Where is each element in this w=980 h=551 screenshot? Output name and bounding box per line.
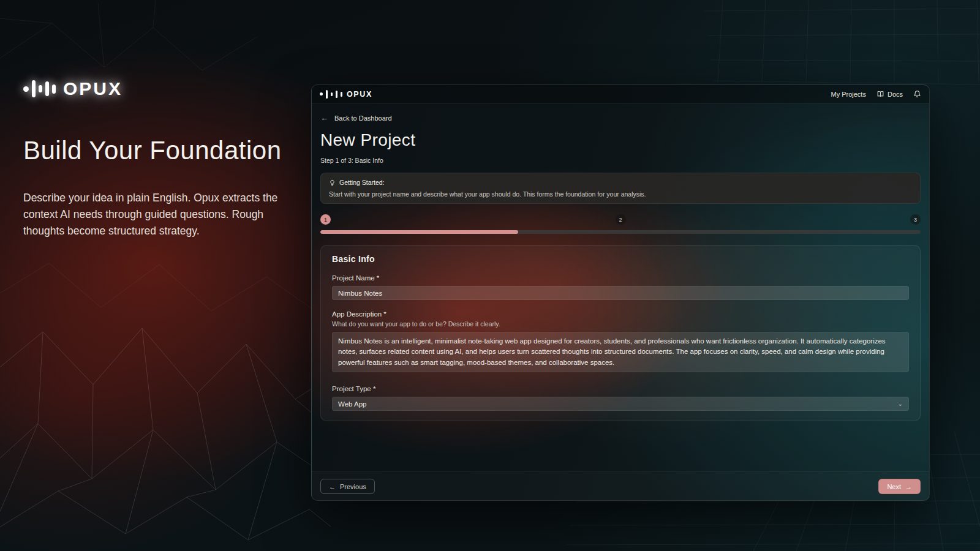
app-window: OPUX My Projects Docs ← [311, 84, 930, 501]
step-circle-3[interactable]: 3 [910, 214, 921, 225]
lightbulb-icon [329, 179, 336, 186]
app-navbar: OPUX My Projects Docs [312, 85, 929, 103]
app-description-textarea[interactable]: Nimbus Notes is an intelligent, minimali… [332, 332, 909, 372]
notifications-button[interactable] [913, 90, 921, 98]
arrow-left-icon: ← [320, 113, 328, 122]
progress-track [320, 230, 921, 234]
callout-heading-row: Getting Started: [329, 179, 912, 186]
arrow-right-icon: → [905, 483, 912, 490]
next-button[interactable]: Next → [878, 479, 921, 494]
step-circle-1[interactable]: 1 [320, 214, 331, 225]
nav-link-docs[interactable]: Docs [876, 90, 903, 98]
step-indicator: Step 1 of 3: Basic Info [320, 157, 921, 164]
navbar-brand[interactable]: OPUX [320, 90, 372, 99]
basic-info-card: Basic Info Project Name * App Descriptio… [320, 245, 921, 421]
arrow-left-icon: ← [329, 483, 336, 490]
wizard-footer: ← Previous Next → [312, 471, 929, 501]
previous-button[interactable]: ← Previous [320, 479, 375, 494]
chevron-down-icon: ⌄ [898, 400, 903, 407]
brand-logo: OPUX [23, 78, 123, 99]
getting-started-callout: Getting Started: Start with your project… [320, 173, 921, 204]
progress-fill [320, 230, 518, 234]
next-button-label: Next [887, 483, 901, 490]
project-name-label: Project Name * [332, 274, 909, 282]
app-description-helper: What do you want your app to do or be? D… [332, 320, 909, 328]
card-title: Basic Info [332, 254, 909, 264]
nav-link-my-projects[interactable]: My Projects [831, 91, 865, 98]
navbar-links: My Projects Docs [831, 90, 921, 98]
project-type-value: Web App [338, 400, 366, 408]
callout-heading: Getting Started: [339, 179, 385, 186]
book-icon [876, 90, 884, 98]
back-to-dashboard-link[interactable]: ← Back to Dashboard [320, 113, 392, 122]
callout-body: Start with your project name and describ… [329, 190, 912, 198]
page-title: New Project [320, 130, 921, 150]
brand-logo-text: OPUX [63, 78, 123, 99]
previous-button-label: Previous [340, 483, 366, 490]
window-body: ← Back to Dashboard New Project Step 1 o… [312, 103, 929, 501]
waveform-logo-icon [23, 80, 56, 97]
navbar-brand-text: OPUX [347, 90, 372, 99]
back-link-label: Back to Dashboard [334, 114, 392, 122]
project-type-label: Project Type * [332, 385, 909, 392]
hero-description: Describe your idea in plain English. Opu… [23, 190, 279, 239]
stepper: 1 2 3 [320, 214, 921, 225]
app-description-label: App Description * [332, 310, 909, 318]
docs-label: Docs [888, 91, 903, 98]
bell-icon [913, 90, 921, 98]
waveform-logo-icon [320, 90, 342, 99]
step-circle-2[interactable]: 2 [616, 214, 626, 225]
my-projects-label: My Projects [831, 91, 865, 98]
project-type-select[interactable]: Web App ⌄ [332, 397, 909, 411]
project-name-input[interactable] [332, 286, 909, 300]
hero-title: Build Your Foundation [23, 136, 293, 165]
